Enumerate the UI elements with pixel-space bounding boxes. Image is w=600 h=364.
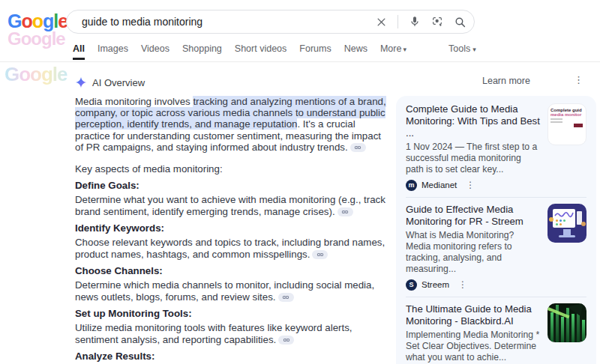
clear-search-icon[interactable] xyxy=(376,16,387,28)
tab-images[interactable]: Images xyxy=(98,43,128,60)
tab-videos[interactable]: Videos xyxy=(141,43,170,60)
aspect-section: Identify Keywords: Choose relevant keywo… xyxy=(75,222,390,260)
aspect-section: Analyze Results: Analyze the data collec… xyxy=(75,351,390,364)
section-title: Define Goals: xyxy=(75,180,390,191)
tab-short-videos[interactable]: Short videos xyxy=(235,43,286,60)
aspect-section: Choose Channels: Determine which media c… xyxy=(75,265,390,303)
citation-link-chip[interactable] xyxy=(278,336,294,345)
chevron-down-icon: ▾ xyxy=(472,46,476,53)
citation-link-chip[interactable] xyxy=(350,143,366,152)
tab-news[interactable]: News xyxy=(344,43,368,60)
logo-ghost-artifact: Google xyxy=(8,28,65,49)
section-title: Analyze Results: xyxy=(75,351,390,362)
result-menu-icon[interactable]: ⋮ xyxy=(458,279,467,290)
result-thumbnail[interactable] xyxy=(548,303,586,342)
aspect-section: Set up Monitoring Tools: Utilize media m… xyxy=(75,308,390,345)
section-title: Set up Monitoring Tools: xyxy=(75,308,390,319)
result-title[interactable]: Guide to Effective Media Monitoring for … xyxy=(406,204,540,228)
ai-sparkle-icon xyxy=(75,76,87,88)
result-thumbnail[interactable]: Complete guid media monitor xyxy=(548,103,586,145)
sidebar-divider xyxy=(406,297,586,297)
ai-overview-intro: Media monitoring involves tracking and a… xyxy=(75,96,390,153)
voice-search-mic-icon[interactable] xyxy=(409,16,421,28)
result-title[interactable]: The Ultimate Guide to Media Monitoring -… xyxy=(406,303,540,327)
section-title: Choose Channels: xyxy=(75,265,390,276)
search-result-card[interactable]: The Ultimate Guide to Media Monitoring -… xyxy=(406,303,586,364)
ai-overview-menu-icon[interactable]: ⋮ xyxy=(574,74,584,85)
result-snippet: 1 Nov 2024 — The first step to a success… xyxy=(406,142,540,175)
result-thumbnail[interactable] xyxy=(548,204,586,243)
result-menu-icon[interactable]: ⋮ xyxy=(466,180,475,190)
search-submit-icon[interactable] xyxy=(454,16,466,28)
citation-link-chip[interactable] xyxy=(278,293,294,302)
tab-forums[interactable]: Forums xyxy=(299,43,331,60)
result-source: Medianet xyxy=(422,181,457,189)
section-title: Identify Keywords: xyxy=(75,222,390,234)
aspect-section: Define Goals: Determine what you want to… xyxy=(75,180,390,217)
ai-overview-label: AI Overview xyxy=(92,77,145,88)
bird-silhouette xyxy=(567,303,586,318)
tab-shopping[interactable]: Shopping xyxy=(182,43,222,60)
related-results-sidebar: Complete Guide to Media Monitoring: With… xyxy=(396,96,596,364)
learn-more-link[interactable]: Learn more xyxy=(482,76,530,86)
sidebar-divider xyxy=(406,197,586,198)
streem-favicon: S xyxy=(406,279,417,291)
key-aspects-heading: Key aspects of media monitoring: xyxy=(75,163,390,175)
medianet-favicon: m xyxy=(406,180,417,191)
citation-link-chip[interactable] xyxy=(312,250,328,259)
header-divider xyxy=(0,61,600,62)
tab-more[interactable]: More▾ xyxy=(380,43,406,60)
result-title[interactable]: Complete Guide to Media Monitoring: With… xyxy=(406,103,540,139)
google-lens-icon[interactable] xyxy=(431,16,443,28)
tools-button[interactable]: Tools▾ xyxy=(448,43,476,54)
search-result-card[interactable]: Guide to Effective Media Monitoring for … xyxy=(406,204,586,291)
citation-link-chip[interactable] xyxy=(338,207,353,216)
tab-all[interactable]: All xyxy=(73,43,85,60)
search-result-card[interactable]: Complete Guide to Media Monitoring: With… xyxy=(406,103,586,191)
result-snippet: Implementing Media Monitoring * Set Clea… xyxy=(406,330,540,363)
result-source: Streem xyxy=(422,280,449,289)
search-bar-divider xyxy=(398,15,398,28)
chevron-down-icon: ▾ xyxy=(403,46,406,53)
result-type-tabs: All Images Videos Shopping Short videos … xyxy=(73,43,406,60)
search-bar[interactable] xyxy=(66,10,475,34)
result-snippet: What is Media Monitoring? Media monitori… xyxy=(406,230,540,275)
ai-overview-panel: AI Overview Media monitoring involves tr… xyxy=(75,76,390,364)
logo-ghost-artifact: Google xyxy=(4,63,68,86)
search-input[interactable] xyxy=(82,16,376,28)
